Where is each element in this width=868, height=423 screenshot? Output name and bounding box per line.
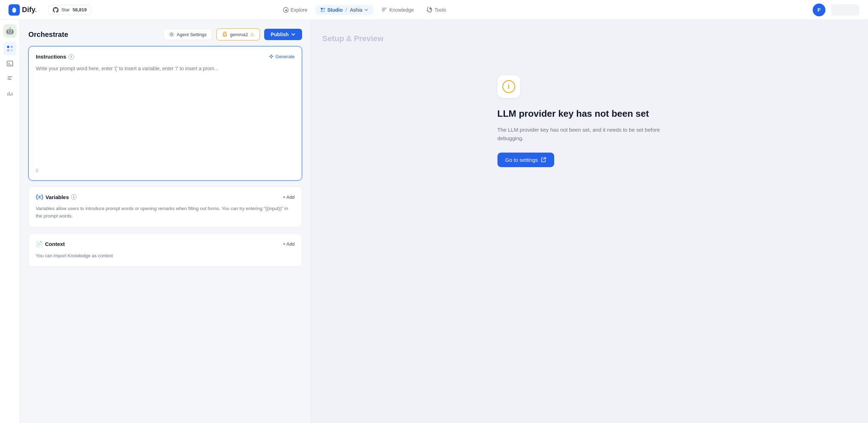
variables-card-header: {x} Variables i + Add [36,194,295,200]
panel-actions: Agent Settings gemma2 ⚠ Publish [163,28,302,40]
svg-rect-7 [7,49,9,51]
sidebar-item-terminal[interactable] [3,57,17,70]
nav-tools[interactable]: Tools [422,5,451,15]
instructions-card-header: Instructions i Generate [36,54,295,60]
char-count: 0 [36,168,295,173]
logo[interactable]: Dify. [9,4,37,16]
svg-rect-6 [11,46,13,48]
settings-button-label: Go to settings [505,157,538,163]
gear-icon [169,32,174,37]
svg-rect-4 [323,10,325,12]
variables-card: {x} Variables i + Add Variables allow us… [28,186,302,227]
variables-icon: {x} [36,194,43,200]
svg-point-13 [225,34,226,35]
github-star-button[interactable]: Star 58,819 [48,5,91,15]
svg-point-12 [223,34,224,35]
nav-knowledge[interactable]: Knowledge [377,5,419,15]
instructions-textarea[interactable] [36,65,295,164]
sidebar-item-analytics[interactable] [3,87,17,100]
nav-explore[interactable]: Explore [278,5,312,15]
svg-rect-2 [323,8,325,10]
agent-settings-button[interactable]: Agent Settings [163,29,212,40]
variables-title: {x} Variables i [36,194,77,200]
publish-label: Publish [271,32,289,37]
publish-button[interactable]: Publish [264,29,302,40]
context-add-button[interactable]: + Add [283,241,295,247]
extra-nav-area [831,4,859,16]
go-to-settings-button[interactable]: Go to settings [497,153,555,167]
github-star-label: Star [61,7,70,12]
user-avatar[interactable]: F [813,4,825,16]
warning-circle-icon: i [502,80,515,93]
setup-preview-title: Setup & Preview [322,34,383,43]
sidebar: 🤖 [0,20,20,423]
chevron-down-icon [291,32,296,37]
svg-point-10 [171,34,173,35]
page-title: Orchestrate [28,31,68,39]
context-icon: 📄 [36,241,43,247]
left-panel: Orchestrate Agent Settings gemma2 ⚠ Publ… [20,20,311,423]
external-link-icon [541,157,546,163]
context-title: 📄 Context [36,241,65,247]
variables-add-button[interactable]: + Add [283,194,295,200]
right-panel: Setup & Preview i LLM provider key has n… [311,20,868,423]
nav-center: Explore Studio / Ashia Knowledge Tools [278,5,451,15]
svg-rect-1 [321,8,323,10]
nav-studio[interactable]: Studio / Ashia [315,5,374,15]
warning-title: LLM provider key has not been set [497,108,649,120]
svg-rect-8 [11,49,13,51]
context-card: 📄 Context + Add You can import Knowledge… [28,233,302,267]
model-label: gemma2 [230,32,248,37]
main-layout: Orchestrate Agent Settings gemma2 ⚠ Publ… [20,20,868,423]
chevron-down-icon [364,7,369,12]
svg-rect-3 [321,10,323,12]
context-card-header: 📄 Context + Add [36,241,295,247]
variables-description: Variables allow users to introduce promp… [36,205,295,220]
top-navigation: Dify. Star 58,819 Explore Studio / Ashia… [0,0,868,20]
instructions-card: Instructions i Generate 0 [28,46,302,181]
svg-rect-5 [7,46,9,48]
sidebar-app-icon[interactable]: 🤖 [3,24,17,38]
warning-description: The LLM provider key has not been set, a… [497,126,682,143]
agent-settings-label: Agent Settings [177,32,207,37]
warning-container: i LLM provider key has not been set The … [497,75,682,167]
logo-text: Dify. [22,6,37,14]
context-description: You can import Knowledge as context [36,252,295,260]
star-count: 58,819 [73,7,87,12]
robot-icon [222,31,228,38]
nav-right: F [813,4,859,16]
variables-info-icon[interactable]: i [71,194,77,200]
warning-icon-wrap: i [497,75,520,98]
generate-button[interactable]: Generate [269,54,295,59]
model-warning-icon: ⚠ [250,32,255,37]
panel-header: Orchestrate Agent Settings gemma2 ⚠ Publ… [28,28,302,40]
sparkle-icon [269,54,274,59]
sidebar-item-logs[interactable] [3,72,17,85]
sidebar-item-orchestrate[interactable] [3,42,17,55]
svg-rect-9 [7,61,13,66]
model-selector-button[interactable]: gemma2 ⚠ [216,28,260,40]
instructions-info-icon[interactable]: i [68,54,74,60]
instructions-title: Instructions i [36,54,74,60]
